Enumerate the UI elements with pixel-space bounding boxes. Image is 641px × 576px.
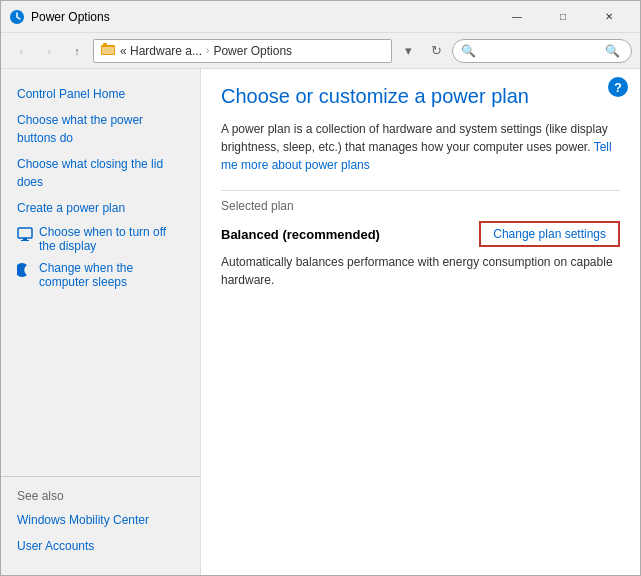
sidebar-see-also: See also Windows Mobility Center User Ac… bbox=[1, 476, 200, 563]
minimize-button[interactable]: — bbox=[494, 1, 540, 33]
sidebar: Control Panel Home Choose what the power… bbox=[1, 69, 201, 575]
refresh-button[interactable]: ↻ bbox=[424, 39, 448, 63]
help-button[interactable]: ? bbox=[608, 77, 628, 97]
address-bar: ‹ › ↑ « Hardware a... › Power Options ▾ … bbox=[1, 33, 640, 69]
up-button[interactable]: ↑ bbox=[65, 39, 89, 63]
content-title: Choose or customize a power plan bbox=[221, 85, 620, 108]
divider bbox=[221, 190, 620, 191]
content-description: A power plan is a collection of hardware… bbox=[221, 120, 620, 174]
address-path[interactable]: « Hardware a... › Power Options bbox=[93, 39, 392, 63]
address-path-prefix: « Hardware a... bbox=[120, 44, 202, 58]
sidebar-item-computer-sleeps[interactable]: Change when the computer sleeps bbox=[1, 257, 200, 293]
sidebar-link-mobility-center[interactable]: Windows Mobility Center bbox=[17, 507, 184, 533]
svg-rect-3 bbox=[102, 47, 114, 54]
change-plan-settings-button[interactable]: Change plan settings bbox=[479, 221, 620, 247]
search-input[interactable] bbox=[461, 44, 601, 58]
maximize-button[interactable]: □ bbox=[540, 1, 586, 33]
svg-rect-4 bbox=[18, 228, 32, 238]
svg-rect-6 bbox=[21, 240, 29, 241]
svg-rect-5 bbox=[23, 238, 27, 240]
sidebar-item-power-buttons[interactable]: Choose what the power buttons do bbox=[1, 107, 200, 151]
see-also-label: See also bbox=[17, 489, 184, 503]
address-path-current: Power Options bbox=[213, 44, 292, 58]
sidebar-item-turn-off-display[interactable]: Choose when to turn off the display bbox=[1, 221, 200, 257]
content-area: ? Choose or customize a power plan A pow… bbox=[201, 69, 640, 575]
plan-name: Balanced (recommended) bbox=[221, 227, 380, 242]
sidebar-item-create-power-plan[interactable]: Create a power plan bbox=[1, 195, 200, 221]
forward-button[interactable]: › bbox=[37, 39, 61, 63]
title-bar: Power Options — □ ✕ bbox=[1, 1, 640, 33]
sidebar-link-user-accounts[interactable]: User Accounts bbox=[17, 533, 184, 559]
window-title: Power Options bbox=[31, 10, 494, 24]
svg-rect-2 bbox=[103, 43, 107, 46]
search-box[interactable]: 🔍 bbox=[452, 39, 632, 63]
plan-description: Automatically balances performance with … bbox=[221, 253, 620, 289]
sidebar-item-closing-lid[interactable]: Choose what closing the lid does bbox=[1, 151, 200, 195]
address-icon bbox=[100, 41, 116, 60]
main-content: Control Panel Home Choose what the power… bbox=[1, 69, 640, 575]
selected-plan-label: Selected plan bbox=[221, 199, 620, 213]
sidebar-item-control-panel-home[interactable]: Control Panel Home bbox=[1, 81, 200, 107]
search-icon: 🔍 bbox=[605, 44, 620, 58]
power-options-window: Power Options — □ ✕ ‹ › ↑ « Hardware a..… bbox=[0, 0, 641, 576]
address-dropdown-button[interactable]: ▾ bbox=[396, 39, 420, 63]
moon-icon bbox=[17, 262, 33, 278]
monitor-icon bbox=[17, 226, 33, 242]
window-controls: — □ ✕ bbox=[494, 1, 632, 33]
sidebar-nav: Control Panel Home Choose what the power… bbox=[1, 81, 200, 476]
close-button[interactable]: ✕ bbox=[586, 1, 632, 33]
back-button[interactable]: ‹ bbox=[9, 39, 33, 63]
window-icon bbox=[9, 9, 25, 25]
plan-row: Balanced (recommended) Change plan setti… bbox=[221, 221, 620, 247]
address-chevron: › bbox=[206, 45, 209, 56]
